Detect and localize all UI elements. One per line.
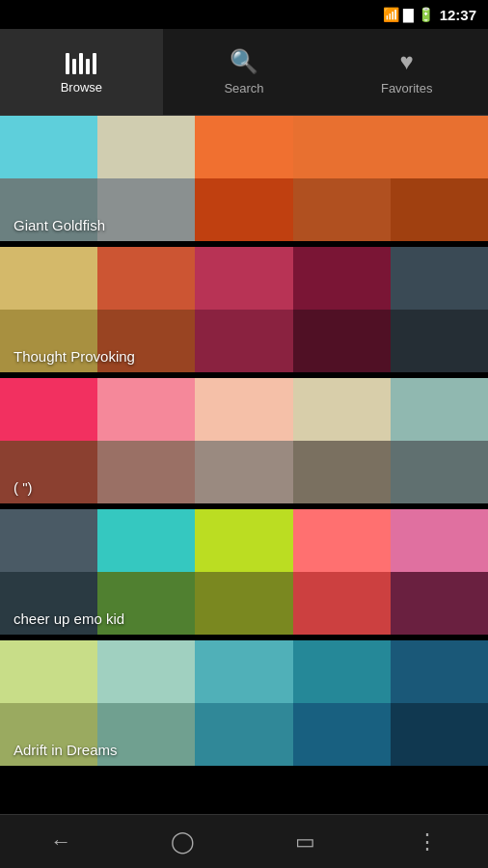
palette-item[interactable]: Adrift in Dreams [0,640,488,766]
swatch [293,116,391,241]
signal-icon: ▇ [403,7,414,22]
palette-item[interactable]: ( ") [0,378,488,503]
tab-browse[interactable]: Browse [0,29,163,115]
swatch [391,116,488,241]
home-icon: ◯ [171,829,195,854]
recent-button[interactable]: ▭ [244,815,366,868]
nav-bar: ← ◯ ▭ ⋮ [0,814,488,868]
swatch [195,378,292,503]
more-button[interactable]: ⋮ [366,815,489,868]
swatch [293,247,391,372]
swatch [293,509,391,635]
swatch [195,247,292,372]
status-time: 12:37 [440,7,476,23]
more-icon: ⋮ [417,829,438,854]
status-bar: 📶 ▇ 🔋 12:37 [0,0,488,29]
palette-name: ( ") [14,479,32,496]
swatch [293,378,391,503]
swatch [391,247,488,372]
tab-bar: Browse 🔍 Search ♥ Favorites [0,29,488,116]
palette-name: cheer up emo kid [14,610,124,627]
palette-name: Adrift in Dreams [14,742,118,758]
tab-favorites-label: Favorites [381,81,432,95]
swatch [97,116,195,241]
swatch [293,640,391,766]
palette-swatches [0,378,488,503]
swatch [97,378,195,503]
palette-list: Giant GoldfishThought Provoking( ")cheer… [0,116,488,814]
swatch [195,640,292,766]
palette-item[interactable]: Giant Goldfish [0,116,488,241]
back-button[interactable]: ← [0,815,122,868]
status-icons: 📶 ▇ 🔋 [383,7,434,22]
palette-name: Giant Goldfish [14,217,105,233]
swatch [391,640,488,766]
tab-browse-label: Browse [61,80,102,95]
palette-name: Thought Provoking [14,348,135,365]
home-button[interactable]: ◯ [122,815,245,868]
wifi-icon: 📶 [383,7,399,22]
tab-search-label: Search [224,81,263,95]
browse-icon [66,49,96,74]
swatch [391,509,488,635]
tab-favorites[interactable]: ♥ Favorites [325,29,488,115]
favorites-icon: ♥ [400,48,414,75]
swatch [195,509,292,635]
battery-icon: 🔋 [418,7,434,22]
palette-item[interactable]: Thought Provoking [0,247,488,372]
tab-search[interactable]: 🔍 Search [163,29,326,115]
swatch [195,116,292,241]
recent-icon: ▭ [295,829,315,854]
back-icon: ← [50,829,71,854]
palette-item[interactable]: cheer up emo kid [0,509,488,635]
swatch [391,378,488,503]
search-icon: 🔍 [230,48,258,75]
